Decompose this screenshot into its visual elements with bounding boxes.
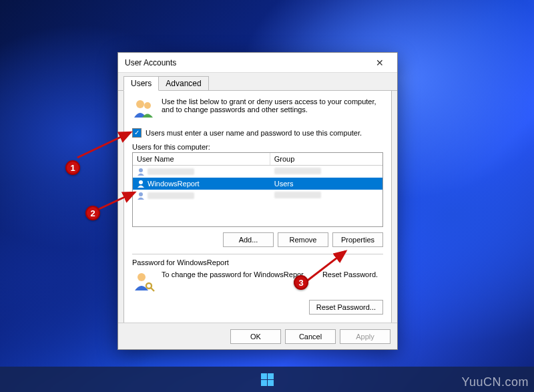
remove-button[interactable]: Remove: [278, 232, 328, 247]
column-group[interactable]: Group: [270, 153, 382, 165]
dialog-title: User Accounts: [125, 58, 176, 67]
annotation-badge-3: 3: [294, 275, 308, 290]
svg-point-3: [139, 180, 143, 184]
user-key-icon: [132, 270, 155, 295]
svg-point-0: [136, 100, 144, 108]
titlebar[interactable]: User Accounts ✕: [118, 53, 397, 73]
intro-text: Use the list below to grant or deny user…: [162, 97, 383, 122]
row-user: WindowsReport: [148, 180, 200, 188]
users-listbox[interactable]: User Name Group WindowsReport Users: [132, 152, 383, 227]
require-password-label: Users must enter a user name and passwor…: [146, 129, 362, 137]
reset-password-button[interactable]: Reset Password...: [309, 300, 383, 315]
users-list-label: Users for this computer:: [132, 143, 383, 151]
start-menu-icon[interactable]: [261, 373, 274, 386]
annotation-badge-2: 2: [85, 206, 100, 220]
users-icon: [132, 97, 155, 122]
properties-button[interactable]: Properties: [332, 232, 383, 247]
svg-point-6: [146, 283, 152, 288]
intro-row: Use the list below to grant or deny user…: [132, 97, 383, 122]
column-user-name[interactable]: User Name: [133, 153, 270, 165]
watermark: YuuCN.com: [461, 375, 529, 389]
user-accounts-dialog: User Accounts ✕ Users Advanced Use the l…: [117, 52, 398, 350]
row-group: Users: [274, 180, 294, 188]
password-section-title: Password for WindowsReport: [132, 258, 383, 266]
tabstrip: Users Advanced: [118, 73, 397, 91]
close-button[interactable]: ✕: [366, 54, 393, 71]
apply-button[interactable]: Apply: [340, 329, 390, 344]
svg-point-2: [139, 168, 143, 172]
annotation-badge-1: 1: [65, 160, 80, 175]
tab-panel-users: Use the list below to grant or deny user…: [123, 91, 392, 330]
password-text: To change the password for WindowsRepor …: [162, 270, 378, 295]
dialog-footer: OK Cancel Apply: [118, 323, 397, 349]
ok-button[interactable]: OK: [230, 329, 281, 344]
list-header[interactable]: User Name Group: [133, 153, 382, 166]
password-section: To change the password for WindowsRepor …: [132, 270, 383, 295]
separator: [132, 254, 383, 254]
tab-advanced[interactable]: Advanced: [158, 76, 208, 91]
list-buttons-row: Add... Remove Properties: [132, 232, 383, 247]
add-button[interactable]: Add...: [223, 232, 274, 247]
taskbar[interactable]: [0, 367, 534, 392]
table-row[interactable]: WindowsReport Users: [133, 178, 382, 190]
svg-point-4: [139, 192, 143, 196]
svg-point-1: [144, 102, 151, 109]
table-row[interactable]: [133, 190, 382, 202]
require-password-checkbox[interactable]: [132, 128, 142, 138]
require-password-row[interactable]: Users must enter a user name and passwor…: [132, 128, 383, 138]
cancel-button[interactable]: Cancel: [285, 329, 336, 344]
svg-point-5: [138, 273, 146, 281]
tab-users[interactable]: Users: [123, 76, 159, 91]
table-row[interactable]: [133, 166, 382, 178]
